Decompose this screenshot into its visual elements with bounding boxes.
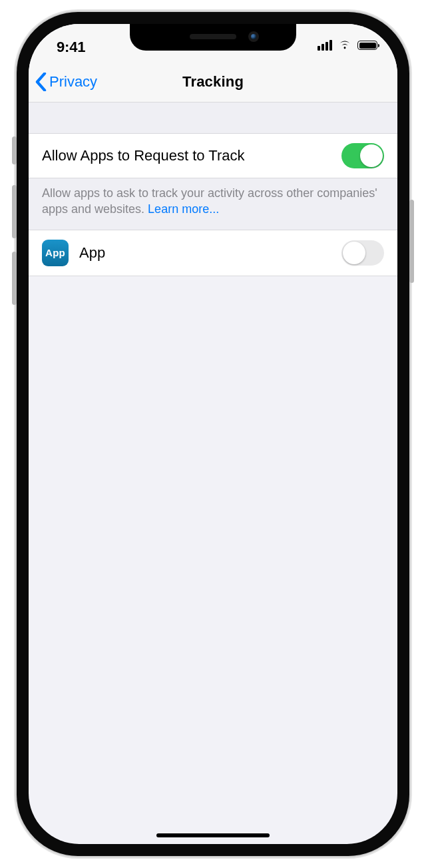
app-tracking-toggle[interactable] xyxy=(341,240,384,266)
back-button[interactable]: Privacy xyxy=(35,61,97,102)
page-title: Tracking xyxy=(182,73,244,91)
allow-apps-request-label: Allow Apps to Request to Track xyxy=(42,147,341,164)
app-row: App App xyxy=(29,230,397,276)
chevron-left-icon xyxy=(35,73,47,91)
learn-more-link[interactable]: Learn more... xyxy=(148,202,219,216)
app-name: App xyxy=(79,244,341,262)
battery-icon xyxy=(357,41,377,50)
wifi-icon xyxy=(337,39,352,52)
allow-apps-request-toggle[interactable] xyxy=(341,143,384,168)
settings-content: Allow Apps to Request to Track Allow app… xyxy=(29,103,397,276)
allow-apps-request-row: Allow Apps to Request to Track xyxy=(29,133,397,178)
back-label: Privacy xyxy=(49,73,97,91)
status-time: 9:41 xyxy=(57,39,85,56)
section-footer: Allow apps to ask to track your activity… xyxy=(29,178,397,230)
nav-bar: Privacy Tracking xyxy=(29,61,397,103)
cellular-icon xyxy=(318,40,332,51)
app-icon: App xyxy=(42,240,69,266)
home-indicator[interactable] xyxy=(156,833,270,837)
device-notch xyxy=(130,24,296,51)
